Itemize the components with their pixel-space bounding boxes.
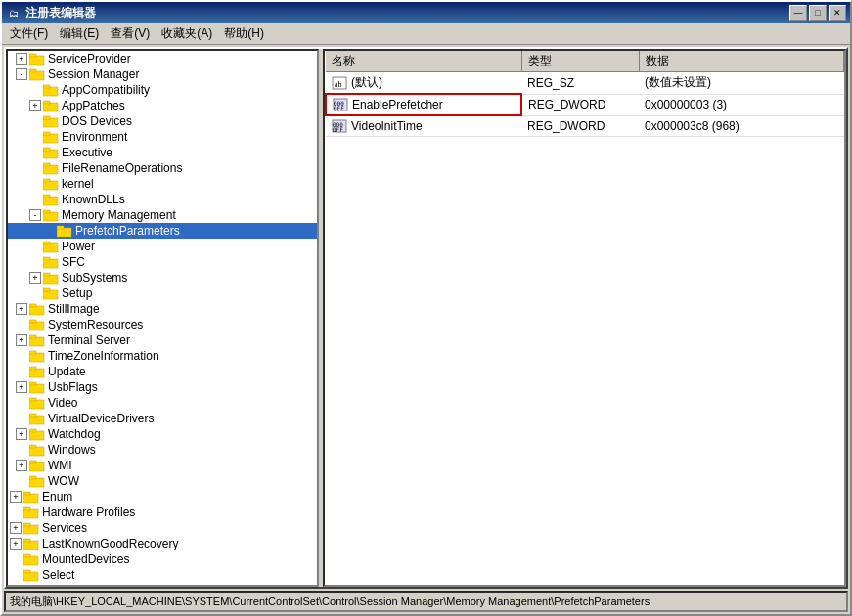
tree-item-virtualdevicedrivers[interactable]: VirtualDeviceDrivers	[8, 411, 317, 426]
reg-name-cell-default: ab (默认)	[332, 74, 516, 91]
folder-icon	[43, 193, 59, 206]
tree-item-update[interactable]: Update	[8, 364, 317, 379]
tree-item-wow[interactable]: WOW	[8, 473, 317, 489]
svg-rect-25	[43, 242, 50, 244]
tree-item-serviceprovider[interactable]: + ServiceProvider	[8, 51, 317, 66]
tree-item-video[interactable]: Video	[8, 395, 317, 411]
tree-item-stillimage[interactable]: + StillImage	[8, 301, 317, 317]
folder-icon	[29, 443, 45, 457]
tree-item-environment[interactable]: Environment	[8, 129, 317, 145]
close-button[interactable]: ✕	[829, 5, 846, 21]
svg-rect-34	[29, 322, 44, 330]
svg-rect-13	[43, 148, 50, 151]
expand-lastknowngoodrecovery[interactable]: +	[10, 538, 22, 550]
tree-item-mounteddevices[interactable]: MountedDevices	[8, 551, 317, 567]
svg-rect-38	[29, 353, 44, 362]
app-icon: 🗂	[6, 5, 22, 21]
svg-rect-60	[23, 525, 38, 534]
folder-icon	[43, 99, 59, 112]
svg-rect-20	[43, 212, 58, 221]
svg-rect-65	[23, 554, 30, 557]
reg-name-enableprefetcher: EnablePrefetcher	[352, 98, 443, 111]
expand-watchdog[interactable]: +	[16, 428, 27, 440]
tree-item-select[interactable]: Select	[8, 567, 317, 583]
minimize-button[interactable]: —	[789, 5, 807, 21]
folder-icon	[29, 333, 45, 347]
tree-item-knowndlls[interactable]: KnownDLLs	[8, 192, 317, 207]
tree-item-subsystems[interactable]: + SubSystems	[8, 270, 317, 286]
tree-item-prefetch-params[interactable]: PrefetchParameters	[8, 223, 317, 239]
expand-memory-mgmt[interactable]: -	[29, 209, 41, 221]
tree-label-environment: Environment	[62, 130, 127, 144]
tree-item-hardware-profiles[interactable]: Hardware Profiles	[8, 505, 317, 520]
expand-subsystems[interactable]: +	[29, 272, 41, 284]
tree-label-watchdog: Watchdog	[48, 427, 101, 441]
menu-edit[interactable]: 编辑(E)	[54, 23, 105, 44]
tree-item-session-manager[interactable]: - Session Manager	[8, 66, 317, 82]
menu-help[interactable]: 帮助(H)	[218, 23, 270, 44]
tree-item-setup[interactable]: Setup	[8, 286, 317, 301]
tree-item-dos-devices[interactable]: DOS Devices	[8, 113, 317, 129]
title-bar: 🗂 注册表编辑器 — □ ✕	[2, 2, 850, 23]
folder-icon	[43, 240, 59, 253]
menu-favorites[interactable]: 收藏夹(A)	[156, 23, 218, 44]
tree-item-apppatches[interactable]: + AppPatches	[8, 98, 317, 113]
svg-rect-35	[29, 320, 36, 323]
expand-usbflags[interactable]: +	[16, 381, 27, 393]
tree-item-wmi[interactable]: + WMI	[8, 458, 317, 473]
tree-item-timezone[interactable]: TimeZoneInformation	[8, 348, 317, 364]
tree-item-watchdog[interactable]: + Watchdog	[8, 426, 317, 442]
menu-view[interactable]: 查看(V)	[105, 23, 156, 44]
tree-item-services[interactable]: + Services	[8, 520, 317, 536]
status-bar: 我的电脑\HKEY_LOCAL_MACHINE\SYSTEM\CurrentCo…	[4, 591, 848, 612]
tree-label-serviceprovider: ServiceProvider	[48, 52, 131, 66]
svg-rect-8	[43, 118, 58, 127]
svg-rect-14	[43, 165, 58, 174]
tree-item-lastknowngoodrecovery[interactable]: + LastKnownGoodRecovery	[8, 536, 317, 551]
tree-item-sfc[interactable]: SFC	[8, 254, 317, 270]
folder-icon	[29, 396, 45, 410]
window-controls: — □ ✕	[789, 5, 846, 21]
svg-rect-49	[29, 429, 36, 432]
tree-label-session-manager: Session Manager	[48, 67, 139, 81]
tree-item-usbflags[interactable]: + UsbFlags	[8, 379, 317, 395]
tree-item-executive[interactable]: Executive	[8, 145, 317, 160]
svg-rect-52	[29, 462, 44, 471]
expand-serviceprovider[interactable]: +	[16, 53, 27, 65]
tree-item-windows[interactable]: Windows	[8, 442, 317, 458]
menu-file[interactable]: 文件(F)	[4, 23, 54, 44]
tree-item-systemresources[interactable]: SystemResources	[8, 317, 317, 332]
tree-item-terminal-server[interactable]: + Terminal Server	[8, 332, 317, 348]
expand-apppatches[interactable]: +	[29, 100, 41, 111]
table-row-enableprefetcher[interactable]: 000 0FF EnablePrefetcher REG_DWORD 0x000…	[326, 94, 844, 115]
tree-item-power[interactable]: Power	[8, 239, 317, 254]
expand-stillimage[interactable]: +	[16, 303, 27, 315]
folder-icon	[43, 177, 59, 191]
svg-rect-46	[29, 416, 44, 424]
tree-item-memory-mgmt[interactable]: - Memory Management	[8, 207, 317, 223]
folder-icon	[29, 52, 45, 66]
tree-item-filerenameops[interactable]: FileRenameOperations	[8, 160, 317, 176]
table-row[interactable]: ab (默认) REG_SZ (数值未设置)	[326, 72, 844, 95]
tree-item-enum[interactable]: + Enum	[8, 489, 317, 505]
maximize-button[interactable]: □	[809, 5, 827, 21]
svg-rect-55	[29, 476, 36, 479]
folder-icon	[43, 286, 59, 300]
expand-session-manager[interactable]: -	[16, 68, 27, 80]
reg-dword-icon: 000 0FF	[333, 97, 348, 112]
folder-icon	[29, 427, 45, 441]
tree-item-kernel[interactable]: kernel	[8, 176, 317, 192]
registry-tree[interactable]: + ServiceProvider - Session Manager AppC…	[6, 49, 319, 587]
expand-terminal-server[interactable]: +	[16, 334, 27, 346]
tree-item-appcompat[interactable]: AppCompatibility	[8, 82, 317, 98]
expand-enum[interactable]: +	[10, 491, 22, 503]
reg-data-enableprefetcher: 0x00000003 (3)	[639, 94, 844, 115]
svg-rect-3	[29, 69, 36, 72]
tree-label-systemresources: SystemResources	[48, 318, 143, 331]
expand-wmi[interactable]: +	[16, 460, 27, 471]
table-row-videoinittime[interactable]: 000 0FF VideoInitTime REG_DWORD 0x000003…	[326, 115, 844, 137]
tree-label-filerenameops: FileRenameOperations	[62, 161, 182, 175]
svg-rect-54	[29, 478, 44, 487]
svg-rect-67	[23, 570, 30, 573]
expand-services[interactable]: +	[10, 522, 22, 534]
